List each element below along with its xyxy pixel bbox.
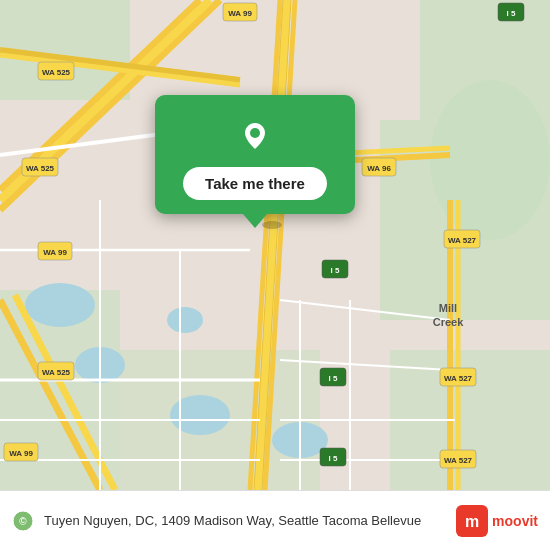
svg-text:Creek: Creek — [433, 316, 464, 328]
address-text: Tuyen Nguyen, DC, 1409 Madison Way, Seat… — [44, 513, 446, 528]
bottom-bar: © Tuyen Nguyen, DC, 1409 Madison Way, Se… — [0, 490, 550, 550]
svg-text:I 5: I 5 — [329, 454, 338, 463]
svg-text:WA 96: WA 96 — [367, 164, 391, 173]
svg-text:m: m — [465, 513, 479, 530]
map-svg: WA 525 WA 525 WA 525 WA 99 WA 99 WA 99 W… — [0, 0, 550, 490]
svg-text:WA 525: WA 525 — [26, 164, 55, 173]
location-pin-icon — [233, 113, 277, 157]
openstreetmap-logo: © — [12, 510, 34, 532]
popup-card: Take me there — [155, 95, 355, 214]
svg-point-12 — [167, 307, 203, 333]
svg-text:WA 527: WA 527 — [448, 236, 477, 245]
svg-text:WA 525: WA 525 — [42, 368, 71, 377]
svg-point-73 — [250, 128, 260, 138]
moovit-label: moovit — [492, 513, 538, 529]
svg-text:WA 99: WA 99 — [228, 9, 252, 18]
svg-text:WA 99: WA 99 — [9, 449, 33, 458]
svg-text:WA 99: WA 99 — [43, 248, 67, 257]
take-me-there-button[interactable]: Take me there — [183, 167, 327, 200]
svg-text:I 5: I 5 — [329, 374, 338, 383]
svg-text:I 5: I 5 — [507, 9, 516, 18]
moovit-icon: m — [456, 505, 488, 537]
moovit-logo: m moovit — [456, 505, 538, 537]
svg-point-8 — [25, 283, 95, 327]
svg-text:©: © — [19, 516, 27, 527]
svg-text:WA 525: WA 525 — [42, 68, 71, 77]
svg-text:I 5: I 5 — [331, 266, 340, 275]
svg-text:WA 527: WA 527 — [444, 374, 473, 383]
svg-text:WA 527: WA 527 — [444, 456, 473, 465]
svg-text:Mill: Mill — [439, 302, 457, 314]
map-container: WA 525 WA 525 WA 525 WA 99 WA 99 WA 99 W… — [0, 0, 550, 490]
